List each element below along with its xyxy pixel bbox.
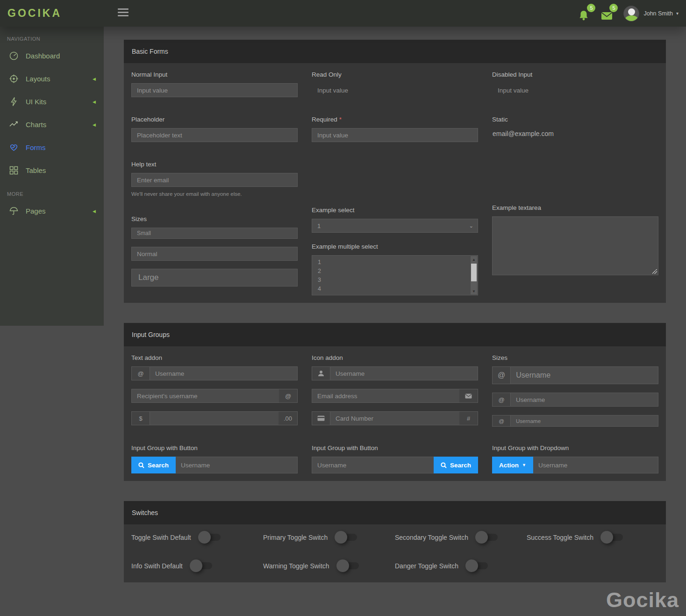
resize-handle-icon[interactable] [652, 269, 657, 274]
field-label: Read Only [312, 71, 478, 78]
email-input[interactable] [312, 389, 459, 403]
amount-input[interactable] [150, 411, 279, 425]
switches-panel: Switches Toggle Swith Default Primary To… [124, 501, 666, 582]
sidebar-item-label: Dashboard [26, 52, 60, 60]
field-label: Example select [312, 207, 478, 214]
sidebar-item-charts[interactable]: Charts ◀ [0, 113, 104, 136]
person-icon [312, 366, 330, 380]
username-input[interactable] [150, 366, 298, 380]
sidebar-item-layouts[interactable]: Layouts ◀ [0, 67, 104, 90]
action-dropdown-button[interactable]: Action ▼ [492, 457, 533, 473]
switch-label: Danger Toggle Switch [395, 562, 458, 570]
example-multiple-select[interactable]: 1 2 3 4 ▲ ▼ [312, 255, 478, 295]
recipient-username-input[interactable] [131, 389, 279, 403]
read-only-input [312, 83, 478, 97]
sidebar-item-dashboard[interactable]: Dashboard [0, 44, 104, 67]
scroll-down-icon[interactable]: ▼ [471, 288, 477, 294]
field-label: Help text [131, 161, 298, 168]
sidebar-item-label: Pages [26, 207, 46, 215]
panel-header: Input Groups [124, 323, 666, 346]
switch-label: Info Swith Default [131, 562, 183, 570]
field-label: Disabled Input [492, 71, 658, 78]
credit-card-icon [312, 411, 330, 425]
select-option[interactable]: 1 [312, 258, 478, 267]
watermark: Gocika [606, 588, 679, 612]
card-number-input[interactable] [330, 411, 459, 425]
toggle-primary[interactable] [335, 531, 358, 544]
toggle-warning[interactable] [336, 559, 360, 572]
username-input-normal[interactable] [511, 393, 658, 407]
panel-header: Basic Forms [124, 40, 666, 63]
umbrella-icon [9, 206, 19, 216]
required-input[interactable] [312, 128, 478, 142]
topbar: GOCIKA 5 5 John Smith ▾ [0, 0, 686, 27]
sidebar-item-forms[interactable]: Forms [0, 136, 104, 159]
field-label: Static [492, 116, 658, 123]
hamburger-menu-icon[interactable] [118, 8, 129, 18]
field-label: Sizes [131, 215, 298, 222]
toggle-success[interactable] [600, 531, 624, 544]
switch-label: Warning Toggle Switch [263, 562, 329, 570]
select-option[interactable]: 2 [312, 267, 478, 276]
notifications-button[interactable]: 5 [579, 5, 593, 22]
sidebar-item-label: Charts [26, 121, 46, 129]
scrollbar[interactable]: ▲ ▼ [471, 256, 477, 294]
sidebar-item-tables[interactable]: Tables [0, 159, 104, 182]
help-text-input[interactable] [131, 173, 298, 187]
search-icon [441, 462, 447, 468]
dollar-addon: $ [131, 411, 150, 425]
example-select[interactable]: 1 ⌄ [312, 219, 478, 233]
field-label: Placeholder [131, 116, 298, 123]
select-value: 1 [317, 222, 321, 229]
user-name[interactable]: John Smith [643, 10, 673, 17]
large-input[interactable] [131, 269, 298, 287]
sidebar-item-ui-kits[interactable]: UI Kits ◀ [0, 90, 104, 113]
submenu-caret-icon: ◀ [93, 77, 96, 81]
username-input[interactable] [533, 457, 658, 473]
field-label: Normal Input [131, 71, 298, 78]
search-button[interactable]: Search [434, 457, 478, 473]
normal-input[interactable] [131, 83, 298, 97]
panel-title: Basic Forms [132, 48, 168, 55]
sidebar-item-pages[interactable]: Pages ◀ [0, 200, 104, 222]
username-input-large[interactable] [511, 366, 658, 384]
user-avatar[interactable] [623, 6, 639, 21]
toggle-secondary[interactable] [475, 531, 499, 544]
username-input[interactable] [176, 457, 298, 473]
sidebar-item-label: Layouts [26, 75, 50, 83]
select-option[interactable]: 4 [312, 285, 478, 294]
group-label: Input Group with Button [131, 444, 298, 451]
search-button[interactable]: Search [131, 457, 176, 473]
user-menu-caret-icon[interactable]: ▾ [676, 11, 679, 16]
envelope-addon-icon [459, 389, 478, 403]
normal-size-input[interactable] [131, 247, 298, 261]
placeholder-input[interactable] [131, 128, 298, 142]
sidebar-item-label: Tables [26, 166, 46, 174]
at-addon: @ [492, 366, 511, 384]
select-option[interactable]: 3 [312, 276, 478, 285]
line-chart-icon [9, 120, 19, 129]
scrollbar-thumb[interactable] [471, 264, 477, 281]
toggle-info[interactable] [190, 559, 213, 572]
toggle-danger[interactable] [465, 559, 489, 572]
required-asterisk: * [339, 116, 342, 123]
toggle-default[interactable] [198, 531, 222, 544]
username-input[interactable] [330, 366, 478, 380]
messages-button[interactable]: 5 [601, 5, 615, 22]
at-addon: @ [131, 366, 150, 380]
username-input[interactable] [312, 457, 434, 473]
username-input-small[interactable] [511, 415, 658, 427]
topbar-right: 5 5 John Smith ▾ [579, 5, 686, 22]
sidebar-item-label: Forms [26, 143, 46, 151]
grid-icon [9, 165, 19, 175]
disabled-input [492, 83, 658, 97]
at-addon: @ [492, 393, 511, 407]
example-textarea[interactable] [492, 216, 658, 275]
sidebar-item-label: UI Kits [26, 98, 46, 106]
small-input[interactable] [131, 228, 298, 239]
switch-label: Primary Toggle Switch [263, 534, 328, 541]
static-value: email@example.com [492, 128, 658, 137]
scroll-up-icon[interactable]: ▲ [471, 256, 477, 263]
input-groups-panel: Input Groups Text addon @ @ $ [124, 323, 666, 481]
basic-forms-panel: Basic Forms Normal Input Placeholder Hel… [124, 40, 666, 303]
